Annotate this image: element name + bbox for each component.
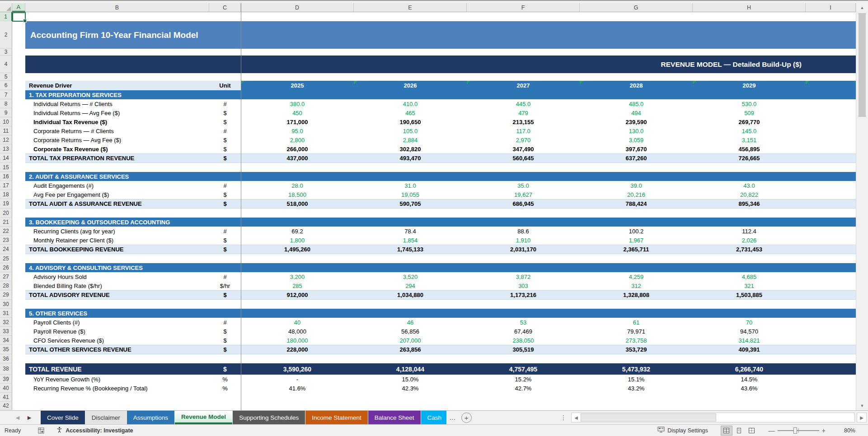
value-cell[interactable]: 1,800 (241, 236, 354, 245)
value-cell[interactable]: 380.0 (241, 99, 354, 108)
table-header-unit[interactable]: Unit (209, 81, 241, 90)
value-cell[interactable]: 2,970 (467, 135, 580, 144)
value-cell[interactable]: 105.0 (354, 126, 467, 135)
row-label-cell[interactable]: TOTAL BOOKKEEPING REVENUE (25, 245, 209, 254)
sheet-tab-income-statement[interactable]: Income Statement (305, 411, 368, 424)
cell[interactable] (12, 49, 25, 56)
row-label-cell[interactable]: TOTAL AUDIT & ASSURANCE REVENUE (25, 199, 209, 209)
cell[interactable] (12, 117, 25, 126)
row-header[interactable]: 24 (0, 245, 12, 254)
cell[interactable] (806, 336, 856, 345)
value-cell[interactable]: 4,685 (693, 272, 806, 281)
zoom-slider[interactable] (778, 430, 819, 431)
value-cell[interactable]: 228,000 (241, 345, 354, 354)
row-header[interactable]: 42 (0, 402, 12, 410)
cell[interactable] (12, 336, 25, 345)
row-label-cell[interactable]: Payroll Revenue ($) (25, 327, 209, 336)
column-header-c[interactable]: C (209, 3, 241, 12)
row-label-cell[interactable]: Corporate Returns — # Clients (25, 126, 209, 135)
unit-cell[interactable]: $ (209, 236, 241, 245)
row-header[interactable]: 2 (0, 21, 12, 49)
unit-cell[interactable]: # (209, 227, 241, 236)
cell[interactable] (12, 402, 25, 410)
unit-cell[interactable]: % (209, 384, 241, 393)
value-cell[interactable]: 437,000 (241, 153, 354, 163)
value-cell[interactable]: 100.2 (580, 227, 693, 236)
value-cell[interactable]: 1,503,885 (693, 290, 806, 300)
cell[interactable] (12, 245, 25, 254)
new-sheet-icon[interactable]: + (461, 413, 472, 423)
value-cell[interactable]: 485.0 (580, 99, 693, 108)
value-cell[interactable]: 4,128,044 (354, 363, 467, 375)
row-header[interactable]: 23 (0, 236, 12, 245)
row-header[interactable]: 17 (0, 181, 12, 190)
unit-cell[interactable]: $ (209, 108, 241, 117)
value-cell[interactable]: 273,758 (580, 336, 693, 345)
cell[interactable] (806, 363, 856, 375)
unit-cell[interactable]: $ (209, 336, 241, 345)
value-cell[interactable]: 4,259 (580, 272, 693, 281)
section-banner-cell[interactable]: 1. TAX PREPARATION SERVICES (25, 90, 856, 99)
accessibility-status[interactable]: Accessibility: Investigate (56, 427, 133, 435)
unit-cell[interactable]: % (209, 375, 241, 384)
cell[interactable] (12, 181, 25, 190)
value-cell[interactable]: 67,469 (467, 327, 580, 336)
value-cell[interactable]: 95.0 (241, 126, 354, 135)
vertical-scroll-thumb[interactable] (859, 13, 866, 117)
cell[interactable] (12, 345, 25, 354)
value-cell[interactable]: 465 (354, 108, 467, 117)
row-label-cell[interactable]: Recurring Clients (avg for year) (25, 227, 209, 236)
unit-cell[interactable]: $ (209, 135, 241, 144)
value-cell[interactable]: 238,050 (467, 336, 580, 345)
value-cell[interactable]: 15.1% (580, 375, 693, 384)
value-cell[interactable]: 726,665 (693, 153, 806, 163)
row-label-cell[interactable]: TOTAL TAX PREPARATION REVENUE (25, 153, 209, 163)
value-cell[interactable]: 145.0 (693, 126, 806, 135)
cell[interactable] (806, 290, 856, 300)
row-header[interactable]: 5 (0, 73, 12, 81)
row-label-cell[interactable]: Individual Tax Revenue ($) (25, 117, 209, 126)
value-cell[interactable]: 493,470 (354, 153, 467, 163)
cell[interactable] (806, 153, 856, 163)
cell[interactable] (12, 263, 25, 272)
cell[interactable] (12, 393, 25, 402)
value-cell[interactable]: 88.6 (467, 227, 580, 236)
unit-cell[interactable]: # (209, 181, 241, 190)
cell[interactable] (12, 135, 25, 144)
row-header[interactable]: 33 (0, 327, 12, 336)
section-banner-cell[interactable]: 4. ADVISORY & CONSULTING SERVICES (25, 263, 856, 272)
cell[interactable] (12, 153, 25, 163)
value-cell[interactable]: 494 (580, 108, 693, 117)
row-label-cell[interactable]: Corporate Returns — Avg Fee ($) (25, 135, 209, 144)
value-cell[interactable]: 2,731,453 (693, 245, 806, 254)
row-header[interactable]: 31 (0, 309, 12, 318)
value-cell[interactable]: 269,770 (693, 117, 806, 126)
column-header-e[interactable]: E (354, 3, 467, 12)
cell[interactable] (806, 135, 856, 144)
column-header-d[interactable]: D (241, 3, 354, 12)
row-header[interactable]: 14 (0, 153, 12, 163)
row-header[interactable]: 27 (0, 272, 12, 281)
row-label-cell[interactable]: Individual Returns — # Clients (25, 99, 209, 108)
cell[interactable] (12, 354, 25, 363)
unit-cell[interactable]: $ (209, 199, 241, 209)
value-cell[interactable]: 171,000 (241, 117, 354, 126)
row-header[interactable]: 25 (0, 254, 12, 263)
horizontal-scrollbar[interactable]: ◀ (571, 413, 855, 422)
cell[interactable] (806, 375, 856, 384)
empty-row[interactable] (25, 209, 856, 218)
value-cell[interactable]: 19,055 (354, 190, 467, 199)
value-cell[interactable]: 3,520 (354, 272, 467, 281)
cell[interactable] (12, 218, 25, 227)
cell[interactable] (806, 327, 856, 336)
row-header[interactable]: 22 (0, 227, 12, 236)
value-cell[interactable]: 314,821 (693, 336, 806, 345)
sheet-tab-supporting-schedules[interactable]: Supporting Schedules (233, 411, 305, 424)
value-cell[interactable]: 130.0 (580, 126, 693, 135)
unit-cell[interactable]: $ (209, 153, 241, 163)
cell[interactable] (12, 144, 25, 153)
next-sheet-icon[interactable]: ▶ (23, 411, 35, 424)
unit-cell[interactable]: $/hr (209, 281, 241, 290)
row-label-cell[interactable]: Audit Engagements (#) (25, 181, 209, 190)
column-header-b[interactable]: B (25, 3, 209, 12)
